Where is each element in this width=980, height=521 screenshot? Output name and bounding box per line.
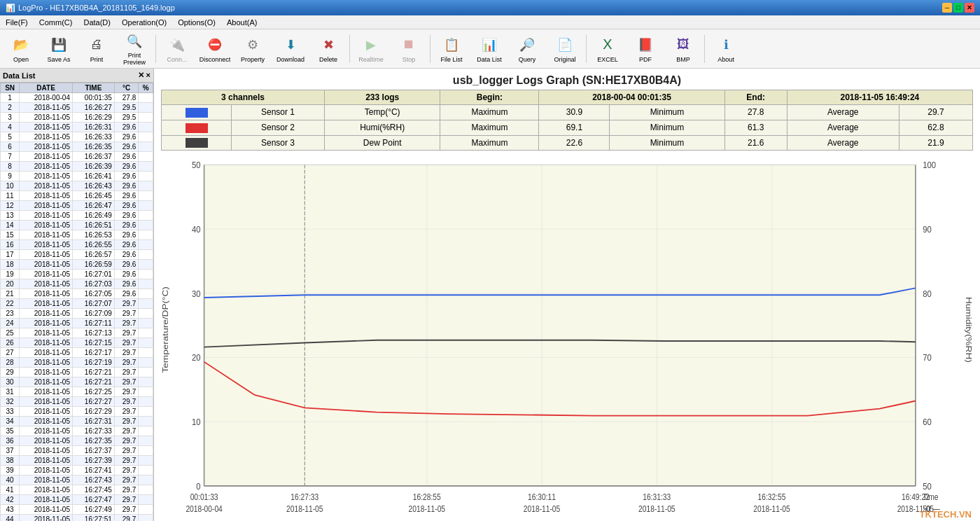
- minimize-button[interactable]: ─: [942, 3, 952, 13]
- svg-rect-0: [204, 165, 916, 487]
- table-cell: 16:27:15: [72, 338, 114, 348]
- table-cell: [139, 338, 153, 348]
- table-row[interactable]: 382018-11-0516:27:3929.7: [1, 456, 153, 466]
- property-button[interactable]: ⚙ Property: [234, 32, 271, 67]
- table-cell: 29.7: [114, 485, 138, 495]
- table-row[interactable]: 422018-11-0516:27:4729.7: [1, 495, 153, 505]
- sensor-color-box: [186, 123, 208, 133]
- table-cell: 29.6: [114, 132, 138, 142]
- table-row[interactable]: 102018-11-0516:26:4329.6: [1, 181, 153, 191]
- table-row[interactable]: 442018-11-0516:27:5129.7: [1, 515, 153, 522]
- table-row[interactable]: 52018-11-0516:26:3329.6: [1, 132, 153, 142]
- table-cell: 2018-11-05: [20, 221, 73, 230]
- print-button[interactable]: 🖨 Print: [78, 32, 115, 67]
- table-row[interactable]: 352018-11-0516:27:3329.7: [1, 426, 153, 436]
- table-row[interactable]: 262018-11-0516:27:1529.7: [1, 338, 153, 348]
- table-row[interactable]: 182018-11-0516:26:5929.6: [1, 260, 153, 270]
- table-cell: 2018-11-05: [20, 152, 73, 162]
- table-row[interactable]: 62018-11-0516:26:3529.6: [1, 142, 153, 152]
- table-cell: 2018-11-05: [20, 162, 73, 172]
- table-cell: 29.7: [114, 495, 138, 505]
- download-button[interactable]: ⬇ Download: [272, 32, 309, 67]
- menu-options[interactable]: Options(O): [172, 15, 221, 29]
- table-row[interactable]: 202018-11-0516:27:0329.6: [1, 279, 153, 289]
- table-cell: 27: [1, 348, 20, 358]
- print-preview-button[interactable]: 🔍 Print Preview: [116, 32, 153, 67]
- table-row[interactable]: 292018-11-0516:27:2129.7: [1, 368, 153, 377]
- table-row[interactable]: 172018-11-0516:26:5729.6: [1, 250, 153, 260]
- table-row[interactable]: 72018-11-0516:26:3729.6: [1, 152, 153, 162]
- table-row[interactable]: 82018-11-0516:26:3929.6: [1, 162, 153, 172]
- table-row[interactable]: 112018-11-0516:26:4529.6: [1, 191, 153, 201]
- title-bar: 📊 LogPro - HE17XB0B4A_20181105_1649.logp…: [0, 0, 980, 15]
- sensor-row: Sensor 3Dew PointMaximum22.6Minimum21.6A…: [162, 135, 973, 151]
- file-list-button[interactable]: 📋 File List: [433, 32, 470, 67]
- menu-comm[interactable]: Comm(C): [34, 15, 78, 29]
- table-row[interactable]: 232018-11-0516:27:0929.7: [1, 309, 153, 319]
- table-row[interactable]: 142018-11-0516:26:5129.6: [1, 221, 153, 230]
- table-row[interactable]: 22018-11-0516:26:2729.5: [1, 103, 153, 113]
- table-row[interactable]: 32018-11-0516:26:2929.5: [1, 113, 153, 123]
- table-row[interactable]: 402018-11-0516:27:4329.7: [1, 475, 153, 485]
- table-cell: 16:27:05: [72, 289, 114, 299]
- table-row[interactable]: 132018-11-0516:26:4929.6: [1, 211, 153, 221]
- table-row[interactable]: 92018-11-0516:26:4129.6: [1, 172, 153, 181]
- table-row[interactable]: 12018-00-0400:01:3527.8: [1, 93, 153, 103]
- disconnect-button[interactable]: ⛔ Disconnect: [197, 32, 233, 67]
- table-row[interactable]: 222018-11-0516:27:0729.7: [1, 299, 153, 309]
- table-cell: [139, 515, 153, 522]
- table-row[interactable]: 302018-11-0516:27:2129.7: [1, 377, 153, 387]
- sensor-data-cell: 30.9: [539, 105, 610, 120]
- table-row[interactable]: 342018-11-0516:27:3129.7: [1, 417, 153, 426]
- data-table-wrap[interactable]: SN DATE TIME °C % 12018-00-0400:01:3527.…: [0, 83, 153, 521]
- table-row[interactable]: 322018-11-0516:27:2729.7: [1, 397, 153, 407]
- table-row[interactable]: 362018-11-0516:27:3529.7: [1, 436, 153, 446]
- excel-button[interactable]: X EXCEL: [589, 32, 626, 67]
- bmp-button[interactable]: 🖼 BMP: [665, 32, 701, 67]
- table-cell: 2: [1, 103, 20, 113]
- table-cell: 16:26:29: [72, 113, 114, 123]
- table-row[interactable]: 152018-11-0516:26:5329.6: [1, 230, 153, 240]
- query-button[interactable]: 🔎 Query: [509, 32, 545, 67]
- menu-data[interactable]: Data(D): [78, 15, 116, 29]
- panel-close-button[interactable]: ✕ ×: [138, 71, 150, 80]
- table-row[interactable]: 312018-11-0516:27:2529.7: [1, 387, 153, 397]
- delete-button[interactable]: ✖ Delete: [310, 32, 346, 67]
- maximize-button[interactable]: □: [953, 3, 963, 13]
- table-cell: 16:26:53: [72, 230, 114, 240]
- table-row[interactable]: 242018-11-0516:27:1129.7: [1, 319, 153, 328]
- menu-file[interactable]: File(F): [0, 15, 34, 29]
- stop-button[interactable]: ⏹ Stop: [391, 32, 427, 67]
- table-row[interactable]: 272018-11-0516:27:1729.7: [1, 348, 153, 358]
- table-row[interactable]: 212018-11-0516:27:0529.6: [1, 289, 153, 299]
- save-as-button[interactable]: 💾 Save As: [41, 32, 77, 67]
- table-cell: 2018-11-05: [20, 397, 73, 407]
- pdf-button[interactable]: 📕 PDF: [627, 32, 664, 67]
- table-row[interactable]: 192018-11-0516:27:0129.6: [1, 270, 153, 279]
- original-button[interactable]: 📄 Original: [547, 32, 583, 67]
- table-cell: [139, 230, 153, 240]
- toolbar: 📂 Open 💾 Save As 🖨 Print 🔍 Print Preview…: [0, 29, 980, 69]
- table-row[interactable]: 252018-11-0516:27:1329.7: [1, 328, 153, 338]
- print-preview-icon: 🔍: [125, 32, 144, 50]
- svg-text:16:27:33: 16:27:33: [290, 492, 318, 501]
- table-row[interactable]: 42018-11-0516:26:3129.6: [1, 123, 153, 132]
- about-button[interactable]: ℹ About: [708, 32, 744, 67]
- open-button[interactable]: 📂 Open: [3, 32, 39, 67]
- table-row[interactable]: 162018-11-0516:26:5529.6: [1, 240, 153, 250]
- data-list-button[interactable]: 📊 Data List: [471, 32, 507, 67]
- menu-about[interactable]: About(A): [221, 15, 262, 29]
- table-row[interactable]: 282018-11-0516:27:1929.7: [1, 358, 153, 368]
- table-cell: 29.6: [114, 260, 138, 270]
- realtime-button[interactable]: ▶ Realtime: [353, 32, 389, 67]
- table-row[interactable]: 332018-11-0516:27:2929.7: [1, 407, 153, 417]
- table-row[interactable]: 392018-11-0516:27:4129.7: [1, 466, 153, 475]
- toolbar-sep-4: [586, 35, 587, 63]
- connect-button[interactable]: 🔌 Conn...: [159, 32, 195, 67]
- table-row[interactable]: 122018-11-0516:26:4729.6: [1, 201, 153, 211]
- menu-operation[interactable]: Operation(O): [116, 15, 172, 29]
- close-button[interactable]: ✕: [965, 3, 974, 13]
- table-row[interactable]: 372018-11-0516:27:3729.7: [1, 446, 153, 456]
- table-row[interactable]: 432018-11-0516:27:4929.7: [1, 505, 153, 515]
- table-row[interactable]: 412018-11-0516:27:4529.7: [1, 485, 153, 495]
